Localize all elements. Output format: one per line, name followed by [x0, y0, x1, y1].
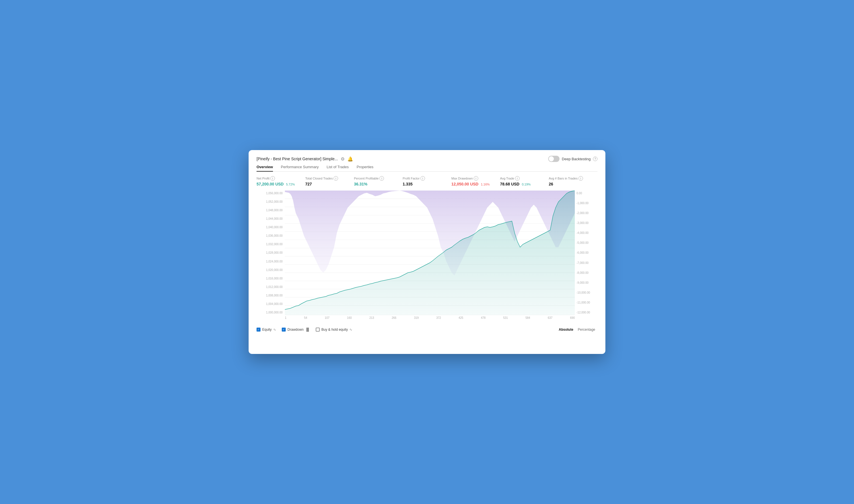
metric-net-profit-value: 57,200.00 USD 5.72% [257, 181, 305, 186]
tab-list-of-trades[interactable]: List of Trades [326, 165, 349, 171]
buy-hold-icon: ∿ [349, 328, 352, 331]
legend-drawdown[interactable]: ✓ Drawdown ▐▌ [282, 328, 310, 331]
tab-performance-summary[interactable]: Performance Summary [281, 165, 319, 171]
settings-icon[interactable]: ⚙ [341, 156, 345, 162]
equity-checkbox[interactable]: ✓ [257, 328, 260, 331]
metric-net-profit-label: Net Profit i [257, 176, 305, 181]
title-right: Deep Backtesting ? [548, 156, 597, 162]
chart-canvas[interactable] [285, 191, 575, 315]
window-title: [Pineify - Best Pine Script Generator] S… [257, 157, 338, 161]
title-left: [Pineify - Best Pine Script Generator] S… [257, 156, 353, 162]
equity-label: Equity [262, 328, 272, 331]
metric-max-drawdown: Max Drawdown i 12,050.00 USD 1.16% [451, 176, 500, 186]
metric-percent-profitable: Percent Profitable i 36.31% [354, 176, 403, 186]
total-closed-trades-info-icon[interactable]: i [333, 176, 338, 181]
equity-icon: ∿ [273, 328, 276, 331]
title-bar: [Pineify - Best Pine Script Generator] S… [257, 156, 597, 162]
main-window: [Pineify - Best Pine Script Generator] S… [249, 150, 605, 354]
deep-backtesting-toggle[interactable] [548, 156, 560, 162]
tab-overview[interactable]: Overview [257, 165, 273, 171]
drawdown-icon: ▐▌ [305, 328, 310, 331]
legend-equity[interactable]: ✓ Equity ∿ [257, 328, 276, 331]
avg-trade-info-icon[interactable]: i [515, 176, 520, 181]
max-drawdown-info-icon[interactable]: i [474, 176, 478, 181]
metric-total-closed-trades-value: 727 [305, 181, 354, 186]
metric-avg-trade: Avg Trade i 78.68 USD 0.19% [500, 176, 549, 186]
metric-avg-bars: Avg # Bars in Trades i 26 [549, 176, 597, 186]
metric-avg-bars-value: 26 [549, 181, 597, 186]
y-axis-left: 1,056,000.00 1,052,000.00 1,048,000.00 1… [257, 191, 285, 315]
buy-hold-label: Buy & hold equity [321, 328, 348, 331]
metric-profit-factor-value: 1.335 [403, 181, 451, 186]
tabs-row: Overview Performance Summary List of Tra… [257, 165, 597, 172]
metric-percent-profitable-value: 36.31% [354, 181, 403, 186]
metric-avg-trade-value: 78.68 USD 0.19% [500, 181, 549, 186]
drawdown-label: Drawdown [287, 328, 304, 331]
profit-factor-info-icon[interactable]: i [420, 176, 425, 181]
alarm-icon[interactable]: 🔔 [347, 156, 353, 162]
avg-bars-info-icon[interactable]: i [579, 176, 583, 181]
percentage-button[interactable]: Percentage [576, 327, 597, 332]
percent-profitable-info-icon[interactable]: i [379, 176, 384, 181]
tab-properties[interactable]: Properties [357, 165, 374, 171]
metric-profit-factor: Profit Factor i 1.335 [403, 176, 451, 186]
legend-buy-hold[interactable]: Buy & hold equity ∿ [316, 328, 352, 331]
drawdown-checkbox[interactable]: ✓ [282, 328, 286, 331]
deep-backtesting-label: Deep Backtesting [562, 157, 590, 161]
deep-backtesting-help-icon[interactable]: ? [593, 157, 597, 161]
chart-area[interactable]: 1,056,000.00 1,052,000.00 1,048,000.00 1… [257, 191, 597, 324]
metrics-row: Net Profit i 57,200.00 USD 5.72% Total C… [257, 176, 597, 186]
view-mode-buttons: Absolute Percentage [557, 327, 597, 332]
net-profit-info-icon[interactable]: i [270, 176, 275, 181]
y-axis-right: 0.00 -1,000.00 -2,000.00 -3,000.00 -4,00… [575, 191, 597, 315]
legend-row: ✓ Equity ∿ ✓ Drawdown ▐▌ Buy & hold equi… [257, 326, 597, 332]
absolute-button[interactable]: Absolute [557, 327, 575, 332]
buy-hold-checkbox[interactable] [316, 328, 320, 331]
metric-max-drawdown-value: 12,050.00 USD 1.16% [451, 181, 500, 186]
x-axis: 1 54 107 160 213 266 319 372 425 478 531… [285, 316, 575, 324]
metric-net-profit: Net Profit i 57,200.00 USD 5.72% [257, 176, 305, 186]
metric-total-closed-trades: Total Closed Trades i 727 [305, 176, 354, 186]
